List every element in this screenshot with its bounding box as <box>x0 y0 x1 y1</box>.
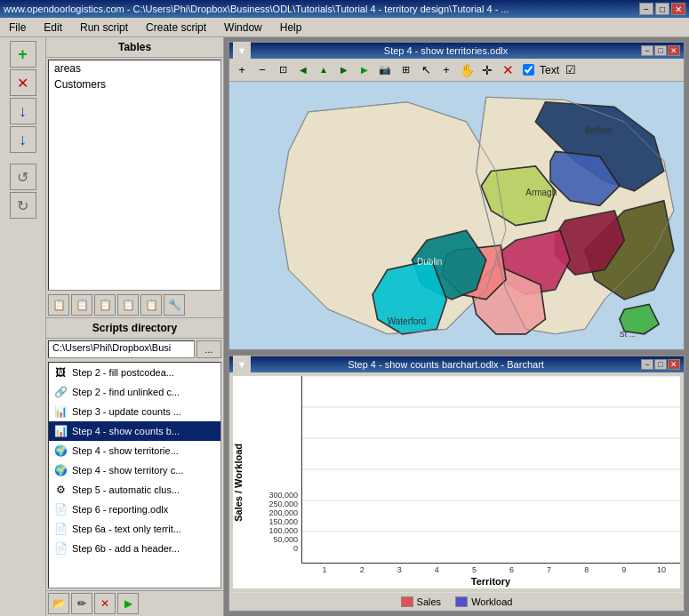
table-toolbar-btn-1[interactable]: 📋 <box>48 294 69 316</box>
x-label-3: 3 <box>381 564 418 574</box>
zoom-rect-button[interactable]: ⊡ <box>274 61 292 79</box>
script-item-5[interactable]: 🌍 Step 4 - show territory c... <box>49 460 220 480</box>
remove-item-button[interactable]: ✕ <box>10 69 36 96</box>
zoom-out-button[interactable]: − <box>253 61 271 79</box>
script-item-7[interactable]: 📄 Step 6 - reporting.odlx <box>49 500 220 519</box>
legend-sales-color <box>401 596 413 607</box>
table-item-customers[interactable]: Customers <box>49 76 220 92</box>
move-down2-button[interactable]: ↓ <box>10 126 36 153</box>
pan-button[interactable]: ✋ <box>458 61 476 79</box>
map-window-title-bar: ▼ Step 4 - show territories.odlx − □ ✕ <box>229 43 684 59</box>
nav-left-button[interactable]: ◀ <box>294 61 312 79</box>
script-item-9[interactable]: 📄 Step 6b - add a header... <box>49 539 220 558</box>
map-collapse-button[interactable]: ▼ <box>233 42 251 60</box>
map-window-title: Step 4 - show territories.odlx <box>251 45 641 56</box>
x-label-6: 6 <box>493 564 530 574</box>
table-toolbar-btn-6[interactable]: 🔧 <box>164 294 185 316</box>
map-close-button[interactable]: ✕ <box>668 45 680 56</box>
menu-edit[interactable]: Edit <box>38 20 68 36</box>
x-label-8: 8 <box>568 564 605 574</box>
menu-file[interactable]: File <box>4 20 31 36</box>
scripts-dir-bar: C:\Users\Phil\Dropbox\Busi ... <box>46 339 223 360</box>
chart-window: ▼ Step 4 - show counts barchart.odlx - B… <box>228 355 685 612</box>
add-point-button[interactable]: + <box>437 61 455 79</box>
undo-button[interactable]: ↺ <box>10 164 36 190</box>
chart-bars-area <box>301 376 680 564</box>
script-item-0[interactable]: 🖼 Step 2 - fill postcodeа... <box>49 363 220 382</box>
play-button[interactable]: ▶ <box>356 61 373 79</box>
script-icon-9: 📄 <box>52 540 68 556</box>
script-icon-5: 🌍 <box>52 462 68 478</box>
menu-window[interactable]: Window <box>219 20 268 36</box>
screenshot-button[interactable]: 📷 <box>376 61 394 79</box>
extra-option-button[interactable]: ☑ <box>562 61 580 79</box>
script-item-6[interactable]: ⚙ Step 5 - automatic clus... <box>49 480 220 500</box>
center-panel: Tables areas Customers 📋 📋 📋 📋 📋 🔧 Scrip… <box>46 37 224 616</box>
map-toolbar: + − ⊡ ◀ ▲ ▶ ▶ 📷 ⊞ ↖ + ✋ ✛ ✕ Text ☑ <box>229 59 684 82</box>
legend-workload-label: Workload <box>471 596 512 607</box>
table-toolbar-btn-5[interactable]: 📋 <box>140 294 162 316</box>
grid-button[interactable]: ⊞ <box>397 61 414 79</box>
nav-up-button[interactable]: ▲ <box>315 61 332 79</box>
redo-button[interactable]: ↻ <box>10 192 36 219</box>
scripts-edit-button[interactable]: ✏ <box>71 593 92 614</box>
scripts-run-button[interactable]: ▶ <box>117 593 139 614</box>
menu-help[interactable]: Help <box>275 20 308 36</box>
clear-button[interactable]: ✕ <box>499 61 517 79</box>
script-icon-4: 🌍 <box>52 443 68 459</box>
y-axis-title: Sales / Workload <box>233 444 251 522</box>
y-axis: 300,000 250,000 200,000 150,000 100,000 … <box>252 376 301 588</box>
add-item-button[interactable]: + <box>10 41 36 68</box>
svg-text:Belfast: Belfast <box>585 125 613 135</box>
chart-window-title-bar: ▼ Step 4 - show counts barchart.odlx - B… <box>229 356 684 372</box>
script-item-1[interactable]: 🔗 Step 2 - find unlinked c... <box>49 382 220 402</box>
scripts-header: Scripts directory <box>46 317 223 339</box>
table-item-areas[interactable]: areas <box>49 60 220 76</box>
chart-collapse-button[interactable]: ▼ <box>233 356 251 373</box>
script-label-0: Step 2 - fill postcodeа... <box>72 367 217 378</box>
x-label-7: 7 <box>531 564 568 574</box>
nav-right-button[interactable]: ▶ <box>335 61 353 79</box>
svg-text:Armagh: Armagh <box>525 188 557 197</box>
map-minimize-button[interactable]: − <box>641 45 653 56</box>
scripts-bottom-toolbar: 📂 ✏ ✕ ▶ <box>46 590 223 616</box>
chart-legend: Sales Workload <box>229 592 684 611</box>
y-label-250k: 250,000 <box>252 500 301 508</box>
script-item-8[interactable]: 📄 Step 6a - text only territ... <box>49 519 220 539</box>
move-down-button[interactable]: ↓ <box>10 98 36 124</box>
table-toolbar-btn-3[interactable]: 📋 <box>94 294 116 316</box>
map-canvas[interactable]: Belfast Armagh Dublin Waterford St ... <box>229 82 684 349</box>
menu-run-script[interactable]: Run script <box>75 20 133 36</box>
scripts-stop-button[interactable]: ✕ <box>94 593 116 614</box>
menu-create-script[interactable]: Create script <box>140 20 212 36</box>
chart-bars-wrapper: 1 2 3 4 5 6 7 8 9 10 Territ <box>301 376 680 588</box>
table-toolbar-btn-4[interactable]: 📋 <box>117 294 139 316</box>
chart-minimize-button[interactable]: − <box>641 359 653 370</box>
script-icon-1: 🔗 <box>52 384 68 400</box>
right-panel: ▼ Step 4 - show territories.odlx − □ ✕ +… <box>224 37 689 616</box>
select-button[interactable]: ↖ <box>417 61 435 79</box>
chart-maximize-button[interactable]: □ <box>654 359 667 370</box>
x-label-5: 5 <box>455 564 493 574</box>
svg-text:St ...: St ... <box>620 330 636 339</box>
crosshair-button[interactable]: ✛ <box>478 61 496 79</box>
legend-sales: Sales <box>401 596 442 607</box>
chart-close-button[interactable]: ✕ <box>668 359 680 370</box>
scripts-open-button[interactable]: 📂 <box>48 593 69 614</box>
zoom-in-button[interactable]: + <box>233 61 251 79</box>
map-window: ▼ Step 4 - show territories.odlx − □ ✕ +… <box>228 41 685 351</box>
script-item-3[interactable]: 📊 Step 4 - show counts b... <box>49 421 220 441</box>
script-item-4[interactable]: 🌍 Step 4 - show territorie... <box>49 441 220 460</box>
script-item-2[interactable]: 📊 Step 3 - update counts ... <box>49 402 220 421</box>
legend-workload: Workload <box>455 596 512 607</box>
minimize-button[interactable]: − <box>639 3 653 15</box>
scripts-browse-button[interactable]: ... <box>196 340 221 358</box>
table-toolbar-btn-2[interactable]: 📋 <box>71 294 92 316</box>
text-checkbox[interactable] <box>523 64 534 76</box>
title-bar: www.opendoorlogistics.com - C:\Users\Phi… <box>0 0 689 18</box>
maximize-button[interactable]: □ <box>655 3 669 15</box>
map-maximize-button[interactable]: □ <box>654 45 667 56</box>
chart-content: Sales / Workload 300,000 250,000 200,000… <box>233 376 680 588</box>
close-button[interactable]: ✕ <box>671 3 685 15</box>
y-label-150k: 150,000 <box>252 517 301 526</box>
